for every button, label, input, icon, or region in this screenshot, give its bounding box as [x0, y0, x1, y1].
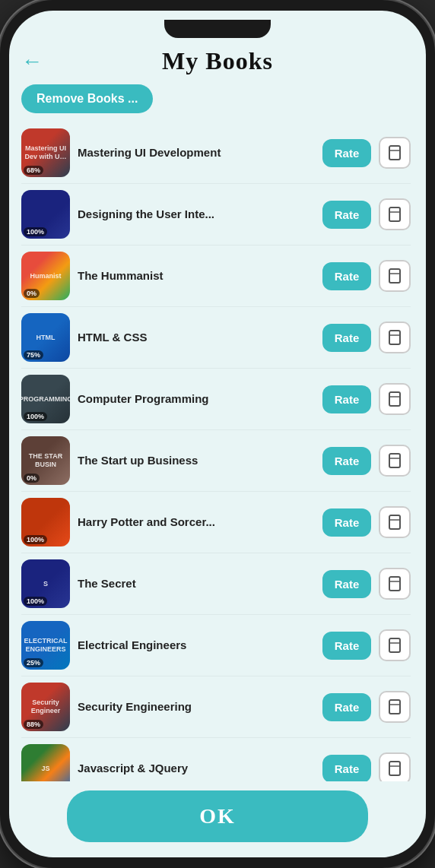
back-button[interactable]: ←: [21, 51, 43, 72]
rate-button[interactable]: Rate: [322, 755, 371, 782]
book-title: Harry Potter and Sorcer...: [78, 515, 315, 530]
bookmark-icon: [387, 575, 402, 592]
notch: [164, 20, 271, 38]
book-title: Javascript & JQuery: [78, 761, 315, 776]
rate-button[interactable]: Rate: [322, 508, 371, 537]
svg-rect-6: [389, 515, 400, 529]
bookmark-button[interactable]: [379, 137, 411, 169]
notch-area: [9, 11, 426, 41]
book-cover-text: JS: [21, 744, 70, 781]
book-title: Computer Programming: [78, 391, 315, 407]
book-title: Mastering UI Development: [78, 145, 315, 160]
bookmark-button[interactable]: [379, 445, 411, 477]
bookmark-icon: [387, 514, 402, 531]
list-item: JS 100% Javascript & JQuery Rate: [21, 738, 411, 781]
list-item: HTML 75% HTML & CSS Rate: [21, 307, 411, 369]
list-item: PROGRAMMING 100% Computer Programming Ra…: [21, 369, 411, 430]
svg-rect-3: [389, 331, 400, 344]
ok-button[interactable]: OK: [67, 790, 368, 842]
svg-rect-1: [389, 207, 400, 221]
progress-badge: 75%: [24, 350, 43, 360]
progress-badge: 0%: [24, 474, 40, 483]
bookmark-icon: [387, 637, 402, 654]
progress-badge: 100%: [24, 227, 47, 236]
rate-button[interactable]: Rate: [322, 262, 371, 290]
progress-badge: 0%: [24, 289, 40, 298]
page-title: My Books: [162, 47, 273, 75]
book-title: Security Engineering: [78, 699, 315, 714]
book-cover: Humanist 0%: [21, 252, 70, 300]
progress-badge: 100%: [24, 597, 47, 606]
list-item: Humanist 0% The Hummanist Rate: [21, 246, 411, 307]
bookmark-icon: [387, 452, 402, 469]
bookmark-button[interactable]: [379, 198, 411, 230]
rate-button[interactable]: Rate: [322, 632, 371, 660]
rate-button[interactable]: Rate: [322, 693, 371, 721]
bookmark-icon: [387, 206, 402, 223]
book-title: The Hummanist: [78, 268, 315, 284]
progress-badge: 25%: [24, 658, 43, 667]
book-cover: PROGRAMMING 100%: [21, 375, 70, 423]
books-list: Mastering UI Dev with U… 68% Mastering U…: [21, 122, 414, 781]
list-item: 100% Designing the User Inte... Rate: [21, 184, 411, 246]
bookmark-button[interactable]: [379, 383, 411, 415]
svg-rect-9: [389, 700, 400, 714]
book-title: Electrical Engineers: [78, 638, 315, 653]
bookmark-icon: [387, 144, 402, 161]
book-title: Designing the User Inte...: [78, 207, 315, 222]
rate-button[interactable]: Rate: [322, 324, 371, 352]
bookmark-button[interactable]: [379, 568, 411, 600]
bookmark-button[interactable]: [379, 260, 411, 292]
rate-button[interactable]: Rate: [322, 139, 371, 167]
list-item: ELECTRICAL ENGINEERS 25% Electrical Engi…: [21, 615, 411, 676]
list-item: S 100% The Secret Rate: [21, 553, 411, 615]
bookmark-icon: [387, 760, 402, 777]
book-cover: THE STAR BUSIN 0%: [21, 436, 70, 485]
bookmark-icon: [387, 329, 402, 346]
bookmark-button[interactable]: [379, 322, 411, 353]
svg-rect-2: [389, 269, 400, 283]
book-title: HTML & CSS: [78, 330, 315, 345]
screen-content: ← My Books Remove Books ... Mastering UI…: [9, 41, 426, 857]
remove-books-button[interactable]: Remove Books ...: [21, 84, 153, 113]
book-cover: ELECTRICAL ENGINEERS 25%: [21, 621, 70, 670]
rate-button[interactable]: Rate: [322, 570, 371, 598]
svg-rect-4: [389, 392, 400, 406]
rate-button[interactable]: Rate: [322, 385, 371, 413]
book-cover: 100%: [21, 190, 70, 239]
rate-button[interactable]: Rate: [322, 447, 371, 475]
ok-btn-container: OK: [21, 781, 414, 857]
svg-rect-5: [389, 454, 400, 467]
bookmark-button[interactable]: [379, 506, 411, 538]
phone-screen: ← My Books Remove Books ... Mastering UI…: [9, 11, 426, 857]
svg-rect-10: [389, 762, 400, 775]
bookmark-icon: [387, 268, 402, 284]
progress-badge: 100%: [24, 412, 47, 421]
list-item: THE STAR BUSIN 0% The Start up Business …: [21, 430, 411, 492]
svg-rect-0: [389, 146, 400, 160]
svg-rect-7: [389, 577, 400, 591]
header: ← My Books: [21, 41, 414, 78]
bookmark-button[interactable]: [379, 752, 411, 781]
book-cover: Mastering UI Dev with U… 68%: [21, 128, 70, 177]
book-cover: 100%: [21, 498, 70, 546]
progress-badge: 100%: [24, 535, 47, 544]
book-title: The Start up Business: [78, 453, 315, 468]
phone-frame: ← My Books Remove Books ... Mastering UI…: [0, 0, 435, 868]
bookmark-icon: [387, 699, 402, 715]
progress-badge: 88%: [24, 720, 43, 729]
bookmark-icon: [387, 391, 402, 407]
list-item: 100% Harry Potter and Sorcer... Rate: [21, 492, 411, 553]
book-cover: S 100%: [21, 559, 70, 608]
list-item: Mastering UI Dev with U… 68% Mastering U…: [21, 122, 411, 184]
book-cover: JS 100%: [21, 744, 70, 781]
rate-button[interactable]: Rate: [322, 201, 371, 229]
progress-badge: 68%: [24, 166, 43, 175]
bookmark-button[interactable]: [379, 629, 411, 661]
book-title: The Secret: [78, 576, 315, 591]
book-cover: HTML 75%: [21, 313, 70, 362]
book-cover: Security Engineer 88%: [21, 683, 70, 731]
bookmark-button[interactable]: [379, 691, 411, 723]
svg-rect-8: [389, 638, 400, 652]
list-item: Security Engineer 88% Security Engineeri…: [21, 676, 411, 738]
